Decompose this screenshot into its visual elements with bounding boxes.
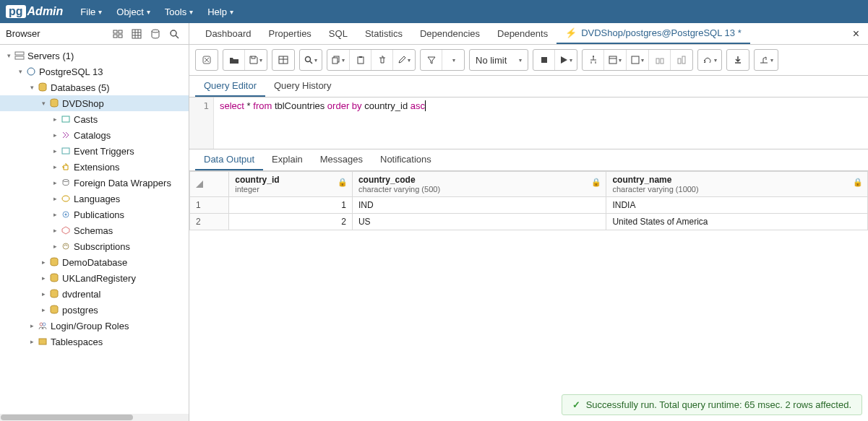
query-toolbar: No limit (189, 45, 868, 76)
tree-extensions[interactable]: ▸Extensions (0, 159, 189, 175)
svg-rect-48 (656, 58, 659, 64)
tree-servers[interactable]: ▾Servers (1) (0, 48, 189, 64)
status-toast: ✓ Successfully run. Total query runtime:… (562, 394, 862, 415)
editor-tabs: Query Editor Query History (189, 76, 868, 97)
tab-explain-output[interactable]: Explain (263, 149, 311, 170)
database-icon (48, 257, 61, 267)
btn-commit[interactable] (627, 50, 649, 70)
lock-icon: 🔒 (338, 178, 348, 187)
btn-rollback[interactable] (649, 50, 671, 70)
btn-execute[interactable] (555, 50, 577, 70)
tree-postgres[interactable]: ▸postgres (0, 302, 189, 318)
fdw-icon (59, 178, 72, 187)
tree-eventtriggers[interactable]: ▸Event Triggers (0, 143, 189, 159)
object-tree: ▾Servers (1) ▾PostgreSQL 13 ▾Databases (… (0, 45, 189, 414)
btn-clear[interactable] (755, 50, 778, 70)
tree-casts[interactable]: ▸Casts (0, 111, 189, 127)
tree-catalogs[interactable]: ▸Catalogs (0, 127, 189, 143)
btn-open[interactable] (223, 50, 245, 70)
tree-loginroles[interactable]: ▸Login/Group Roles (0, 318, 189, 334)
btn-stop[interactable] (533, 50, 555, 70)
tab-dashboard[interactable]: Dashboard (197, 23, 260, 44)
btn-find[interactable] (300, 50, 322, 70)
tab-sql[interactable]: SQL (320, 23, 356, 44)
menu-file[interactable]: File (80, 6, 102, 17)
col-header-country-id[interactable]: country_idinteger🔒 (229, 172, 353, 197)
editor-gutter: 1 (189, 97, 214, 149)
sidebar-scrollbar[interactable] (0, 414, 189, 421)
svg-point-19 (63, 180, 69, 182)
svg-rect-30 (39, 339, 46, 344)
svg-point-29 (43, 323, 46, 326)
btn-macro[interactable] (671, 50, 692, 70)
btn-delete[interactable] (371, 50, 393, 70)
tab-messages[interactable]: Messages (311, 149, 371, 170)
status-text: Successfully run. Total query runtime: 6… (586, 399, 851, 410)
row-header-corner[interactable] (190, 172, 229, 197)
btn-autocommit[interactable] (698, 50, 721, 70)
tree-schemas[interactable]: ▸Schemas (0, 222, 189, 238)
tree-subscriptions[interactable]: ▸Subscriptions (0, 238, 189, 254)
tree-pg13[interactable]: ▾PostgreSQL 13 (0, 64, 189, 79)
svg-point-22 (65, 214, 67, 216)
browser-title: Browser (6, 28, 40, 39)
browser-tool-params[interactable] (109, 26, 126, 42)
tree-dvdrental[interactable]: ▸dvdrental (0, 286, 189, 302)
menu-tools[interactable]: Tools (165, 6, 193, 17)
tree-demo[interactable]: ▸DemoDatabase (0, 254, 189, 270)
svg-rect-49 (661, 58, 663, 64)
tree-fdw[interactable]: ▸Foreign Data Wrappers (0, 175, 189, 191)
check-icon: ✓ (572, 399, 580, 410)
tab-dependents[interactable]: Dependents (489, 23, 557, 44)
tree-databases[interactable]: ▾Databases (5) (0, 79, 189, 95)
lock-icon: 🔒 (591, 178, 601, 187)
main-tabs: Dashboard Properties SQL Statistics Depe… (189, 23, 868, 45)
tab-query-editor[interactable]: Query Editor (195, 76, 265, 97)
editor-code[interactable]: select * from tblCountries order by coun… (214, 97, 868, 149)
btn-download[interactable] (727, 50, 749, 70)
btn-copy[interactable] (327, 50, 350, 70)
table-row[interactable]: 1 1 IND INDIA (190, 197, 868, 214)
svg-rect-4 (132, 30, 141, 38)
tab-data-output[interactable]: Data Output (195, 149, 263, 170)
browser-tool-grid[interactable] (128, 26, 145, 42)
tab-properties[interactable]: Properties (260, 23, 320, 44)
tree-dvdshop[interactable]: ▾DVDShop (0, 95, 189, 111)
tab-querytool[interactable]: ⚡ DVDShop/postgres@PostgreSQL 13 * (557, 23, 750, 44)
svg-rect-50 (678, 58, 681, 64)
btn-explain[interactable] (583, 50, 604, 70)
tree-tablespaces[interactable]: ▸Tablespaces (0, 334, 189, 350)
browser-tool-db[interactable] (147, 26, 164, 42)
col-header-country-name[interactable]: country_namecharacter varying (1000)🔒 (606, 172, 868, 197)
menu-object[interactable]: Object (116, 6, 150, 17)
col-header-country-code[interactable]: country_codecharacter varying (500)🔒 (352, 172, 606, 197)
browser-header: Browser (0, 23, 189, 45)
menu-help[interactable]: Help (207, 6, 233, 17)
btn-edit-grid[interactable] (272, 50, 294, 70)
browser-tool-search[interactable] (166, 26, 183, 42)
database-icon (48, 273, 61, 283)
tree-publications[interactable]: ▸Publications (0, 207, 189, 222)
btn-filter[interactable] (421, 50, 442, 70)
tab-notifications[interactable]: Notifications (371, 149, 440, 170)
tree-languages[interactable]: ▸Languages (0, 191, 189, 207)
catalogs-icon (59, 131, 72, 139)
btn-paste[interactable] (350, 50, 371, 70)
result-grid: country_idinteger🔒 country_codecharacter… (189, 171, 868, 230)
btn-explain-analyze[interactable] (604, 50, 627, 70)
btn-cancel[interactable] (196, 50, 218, 70)
tab-statistics[interactable]: Statistics (356, 23, 411, 44)
svg-rect-1 (119, 30, 122, 33)
tree-ukland[interactable]: ▸UKLandRegistery (0, 270, 189, 286)
tab-dependencies[interactable]: Dependencies (411, 23, 489, 44)
btn-save[interactable] (245, 50, 267, 70)
btn-filter-opts[interactable] (442, 50, 464, 70)
btn-edit[interactable] (393, 50, 415, 70)
svg-rect-42 (359, 56, 362, 58)
tab-query-history[interactable]: Query History (265, 76, 340, 97)
btn-limit[interactable]: No limit (470, 50, 528, 70)
table-row[interactable]: 2 2 US United States of America (190, 214, 868, 230)
roles-icon (36, 321, 49, 330)
sql-editor[interactable]: 1 select * from tblCountries order by co… (189, 97, 868, 149)
tab-close[interactable]: × (844, 23, 868, 44)
